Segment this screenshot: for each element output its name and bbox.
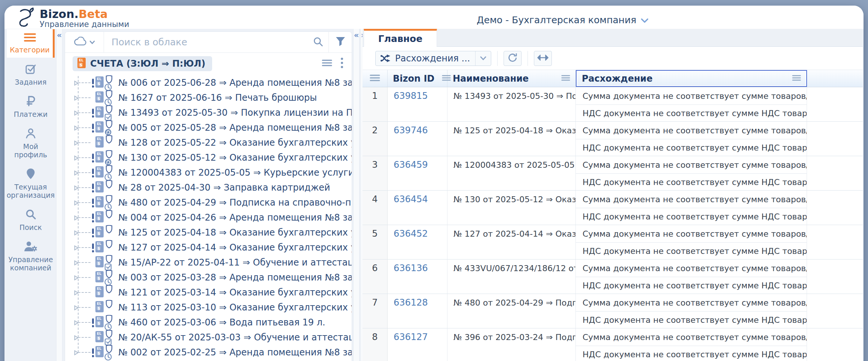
tree-item[interactable]: EL $ № 130 от 2025-05-12 ⇒ Оказание бухг… [65, 150, 352, 165]
tree-item[interactable]: EL $ № 28 от 2025-04-30 ⇒ Заправка картр… [65, 180, 352, 195]
table-row[interactable]: 6 636136 № 433VU/067/1234/186/12 от 20..… [363, 260, 863, 294]
bizon-id-cell[interactable]: 636128 [388, 294, 447, 328]
table-row[interactable]: 5 636452 № 127 от 2025-04-14 ⇒ Оказани..… [363, 225, 863, 260]
tree-item[interactable]: EL $ № 125 от 2025-04-18 ⇒ Оказание бухг… [65, 225, 352, 240]
tree-item[interactable]: EL $ № 128 от 2025-05-22 ⇒ Оказание бухг… [65, 135, 352, 150]
splitter-collapse-handle[interactable]: « [353, 29, 360, 361]
sidebar-item-ruble[interactable]: Платежи [7, 92, 55, 122]
sidebar-item-pin[interactable]: Текущая организация [7, 165, 55, 203]
sidebar-item-label: Поиск [19, 223, 42, 231]
expand-arrow-icon[interactable] [74, 110, 79, 117]
company-selector[interactable]: Демо - Бухгалтерская компания [477, 15, 648, 25]
tree-item[interactable]: EL $ № 20/АК-55 от 2025-03-03 ⇒ Обучение… [65, 330, 352, 345]
tree-item[interactable]: EL $ № 113 от 2025-03-10 ⇒ Оказание бухг… [65, 300, 352, 315]
tree-item[interactable]: EL $ № 13493 от 2025-05-30 ⇒ Покупка лиц… [65, 105, 352, 120]
tree-item[interactable]: EL $ № 460 от 2025-03-06 ⇒ Вода питьевая… [65, 315, 352, 330]
bizon-id-cell[interactable]: 636452 [388, 225, 447, 259]
bizon-id-cell[interactable]: 639746 [388, 122, 447, 156]
tree-menu-icon[interactable] [322, 59, 332, 68]
discrepancy-text: НДС документа не соответствует сумме НДС… [576, 277, 807, 294]
bizon-id-cell[interactable]: 636136 [388, 260, 447, 294]
bizon-id-cell[interactable]: 636454 [388, 191, 447, 225]
bizon-id-cell[interactable]: 636127 [388, 328, 447, 361]
bizon-id-link: 636459 [388, 156, 447, 173]
name-cell: № 13493 от 2025-05-30 ⇒ Покуп... [447, 87, 576, 121]
expand-arrow-icon[interactable] [74, 170, 79, 177]
view-selector-label: Расхождения ... [395, 51, 475, 66]
tree-item-label: № 125 от 2025-04-18 ⇒ Оказание бухгалтер… [118, 225, 352, 240]
search-input[interactable] [111, 37, 313, 48]
tree-item[interactable]: EL $ № 15/АР-22 от 2025-04-11 ⇒ Обучение… [65, 255, 352, 270]
discrepancy-cell: Сумма документа не соответствует сумме т… [576, 156, 807, 190]
cloud-source-selector[interactable] [65, 32, 104, 52]
tree-item[interactable]: EL $ № 003 от 2025-03-28 ⇒ Аренда помеще… [65, 270, 352, 285]
header-row-menu[interactable] [363, 70, 388, 87]
expand-arrow-icon[interactable] [74, 305, 79, 312]
app-header: Bizon.Beta Управление данными Демо - Бух… [4, 6, 864, 29]
tree-item[interactable]: EL $ № 004 от 2025-04-26 ⇒ Аренда помеще… [65, 210, 352, 225]
sidebar-item-tasks[interactable]: Задания [7, 60, 55, 90]
invoice-document-icon: EL $ [92, 345, 113, 361]
tree-item[interactable]: EL $ № 1627 от 2025-06-16 ⇒ Печать брошю… [65, 90, 352, 105]
tree-item[interactable]: EL $ № 005 от 2025-05-28 ⇒ Аренда помеще… [65, 120, 352, 135]
expand-arrow-icon[interactable] [74, 320, 79, 327]
expand-horizontal-button[interactable] [534, 51, 552, 66]
expand-arrow-icon[interactable] [74, 140, 79, 147]
tree-item[interactable]: EL $ № 127 от 2025-04-14 ⇒ Оказание бухг… [65, 240, 352, 255]
expand-arrow-icon[interactable] [74, 275, 79, 282]
tree-group-chip[interactable]: EL$ СЧЕТА (З:ЮЛ ⇒ П:ЮЛ) [73, 56, 212, 71]
tree-item[interactable]: EL $ № 480 от 2025-04-29 ⇒ Подписка на с… [65, 195, 352, 210]
expand-arrow-icon[interactable] [74, 290, 79, 297]
sidebar-item-user-gear[interactable]: Управление компанией [7, 237, 55, 276]
tree-connector [78, 97, 91, 98]
table-row[interactable]: 4 636454 № 130 от 2025-05-12 ⇒ Оказани..… [363, 191, 863, 225]
discrepancy-text: НДС документа не соответствует сумме НДС… [576, 139, 807, 156]
header-discrepancy[interactable]: Расхождение [576, 70, 807, 87]
discrepancy-text: Сумма документа не соответствует сумме т… [576, 328, 807, 346]
expand-arrow-icon[interactable] [74, 125, 79, 132]
sidebar-collapse-handle[interactable]: « [56, 29, 62, 361]
bizon-id-cell[interactable]: 639815 [388, 87, 447, 121]
table-row[interactable]: 3 636459 № 120004383 от 2025-05-05 ⇒ К..… [363, 156, 863, 191]
view-selector-dropdown[interactable]: Расхождения ... [375, 51, 491, 66]
table-row[interactable]: 1 639815 № 13493 от 2025-05-30 ⇒ Покуп..… [363, 87, 863, 122]
column-menu-icon[interactable] [792, 75, 801, 83]
tree-connector [78, 232, 91, 233]
sidebar-item-menu[interactable]: Категории [7, 29, 55, 58]
expand-arrow-icon[interactable] [74, 95, 79, 102]
svg-text:EL: EL [97, 227, 101, 231]
expand-arrow-icon[interactable] [74, 260, 79, 267]
expand-arrow-icon[interactable] [74, 245, 79, 252]
bizon-id-cell[interactable]: 636459 [388, 156, 447, 190]
expand-arrow-icon[interactable] [74, 185, 79, 192]
tree-item-label: № 127 от 2025-04-14 ⇒ Оказание бухгалтер… [118, 240, 352, 255]
header-bizon-id[interactable]: Bizon ID [388, 70, 447, 87]
expand-arrow-icon[interactable] [74, 335, 79, 342]
filter-button[interactable] [328, 32, 352, 52]
tree-item[interactable]: EL $ № 121 от 2025-03-14 ⇒ Оказание бухг… [65, 285, 352, 300]
tree-item[interactable]: EL $ № 120004383 от 2025-05-05 ⇒ Курьерс… [65, 165, 352, 180]
expand-arrow-icon[interactable] [74, 230, 79, 237]
tab-main[interactable]: Главное [364, 29, 437, 47]
tree-item[interactable]: EL $ № 002 от 2025-02-25 ⇒ Аренда помеще… [65, 345, 352, 360]
tree-kebab-icon[interactable] [340, 57, 343, 70]
table-row[interactable]: 2 639746 № 125 от 2025-04-18 ⇒ Оказани..… [363, 122, 863, 156]
search-icon[interactable] [313, 36, 323, 48]
sidebar-item-search[interactable]: Поиск [7, 205, 55, 235]
expand-arrow-icon[interactable] [74, 200, 79, 207]
expand-arrow-icon[interactable] [74, 80, 79, 87]
table-row[interactable]: 7 636128 № 480 от 2025-04-29 ⇒ Подписк..… [363, 294, 863, 328]
discrepancy-text: Сумма документа не соответствует сумме т… [576, 191, 807, 208]
expand-arrow-icon[interactable] [74, 155, 79, 162]
expand-arrow-icon[interactable] [74, 215, 79, 222]
header-name[interactable]: Наименование [447, 70, 576, 87]
column-menu-icon[interactable] [561, 75, 570, 83]
row-number-cell: 2 [363, 122, 388, 156]
expand-arrow-icon[interactable] [74, 350, 79, 357]
table-row[interactable]: 8 636127 № 396 от 2025-03-24 ⇒ Подписк..… [363, 328, 863, 361]
tree-item-label: № 1627 от 2025-06-16 ⇒ Печать брошюры [118, 90, 352, 105]
refresh-button[interactable] [504, 51, 522, 66]
sidebar-item-user[interactable]: Мой профиль [7, 124, 55, 163]
tree-item[interactable]: EL $ № 006 от 2025-06-28 ⇒ Аренда помеще… [65, 75, 352, 90]
row-number-cell: 8 [363, 328, 388, 361]
